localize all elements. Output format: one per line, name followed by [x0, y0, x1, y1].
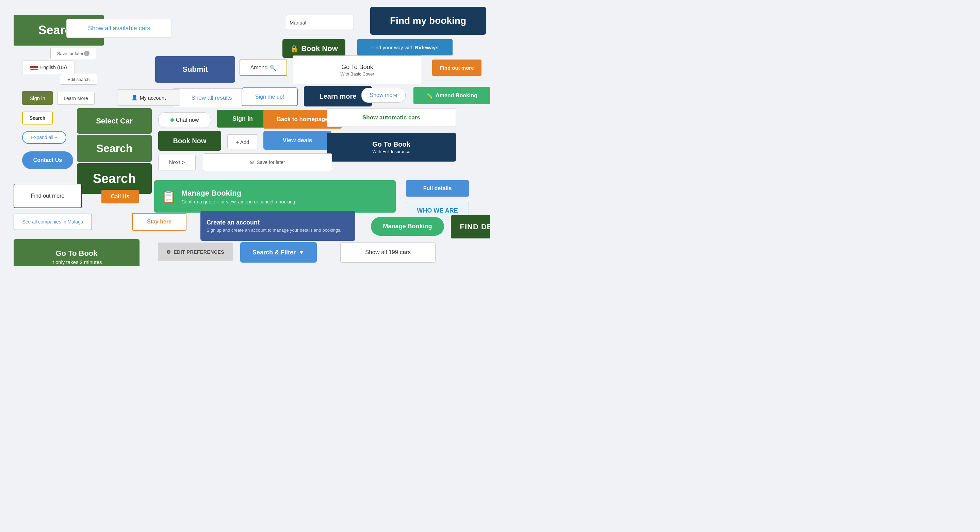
amend-button[interactable]: Amend 🔍 [240, 60, 287, 76]
full-details-button[interactable]: Full details [406, 180, 469, 197]
search-yellow-button[interactable]: Search [22, 111, 53, 124]
rideways-button[interactable]: Find your way with Rideways [357, 39, 453, 56]
user-icon: 👤 [131, 95, 138, 101]
flag-icon [30, 65, 38, 70]
go-to-book-minutes-button[interactable]: Go To Book It only takes 2 minutes [14, 239, 140, 266]
show-all-results-button[interactable]: Show all results [172, 89, 251, 107]
show-more-button[interactable]: Show more [361, 88, 406, 103]
chat-now-button[interactable]: Chat now [158, 112, 211, 128]
book-now-green-button[interactable]: 🔒 Book Now [282, 39, 345, 58]
find-deals-button[interactable]: FIND DEALS [451, 215, 490, 238]
call-us-button[interactable]: Call Us [102, 190, 139, 203]
find-out-more-orange-button[interactable]: Find out more [432, 60, 482, 76]
english-us-button[interactable]: English (US) [22, 60, 75, 74]
my-account-button[interactable]: 👤 My account [117, 89, 180, 106]
email-icon: ✉ [250, 160, 254, 165]
sign-in-olive-button[interactable]: Sign in [22, 91, 53, 105]
find-out-more-outline-button[interactable]: Find out more [14, 184, 82, 208]
amend-booking-button[interactable]: ✏️ Amend Booking [414, 87, 490, 104]
book-now-dark-button[interactable]: Book Now [158, 131, 221, 151]
pencil-square-icon: 📋 [161, 189, 176, 204]
find-my-booking-button[interactable]: Find my booking [370, 7, 486, 35]
info-icon: i [84, 51, 89, 56]
lock-icon: 🔒 [290, 44, 298, 53]
create-account-button[interactable]: Create an account Sign up and create an … [200, 211, 355, 241]
show-all-cars-button[interactable]: Show all available cars [66, 19, 172, 38]
learn-more-outline-button[interactable]: Learn More [57, 92, 95, 105]
manage-booking-banner-button[interactable]: 📋 Manage Booking Confirm a quote – or vi… [154, 180, 396, 213]
stay-here-button[interactable]: Stay here [132, 213, 186, 230]
chat-dot-icon [170, 118, 174, 122]
manual-input[interactable] [286, 15, 354, 30]
select-car-button[interactable]: Select Car [77, 108, 152, 134]
expand-all-button[interactable]: Expand all + [22, 131, 66, 144]
preferences-icon: ⚙ [166, 249, 171, 255]
save-for-later-email-button[interactable]: ✉ Save for later [203, 153, 332, 171]
show-automatic-cars-button[interactable]: Show automatic cars [327, 108, 456, 127]
add-button[interactable]: + Add [227, 134, 258, 149]
filter-icon: ▼ [298, 249, 305, 256]
pencil-icon: ✏️ [426, 92, 433, 99]
sign-me-up-button[interactable]: Sign me up! [242, 87, 298, 106]
manage-booking-pill-button[interactable]: Manage Booking [371, 217, 444, 236]
view-deals-button[interactable]: View deals [263, 131, 331, 150]
submit-button[interactable]: Submit [155, 56, 235, 83]
go-to-book-basic-button[interactable]: Go To Book With Basic Cover [293, 56, 422, 84]
see-all-companies-button[interactable]: See all companies in Malaga [14, 214, 92, 230]
contact-us-button[interactable]: Contact Us [22, 151, 73, 169]
go-to-book-full-button[interactable]: Go To Book With Full Insurance [327, 133, 456, 162]
search-filter-button[interactable]: Search & Filter ▼ [240, 242, 317, 263]
show-all-199-button[interactable]: Show all 199 cars [340, 242, 436, 263]
edit-search-button[interactable]: Edit search [60, 74, 97, 85]
search-dark-button[interactable]: Search [77, 135, 152, 162]
search-icon: 🔍 [269, 65, 276, 71]
edit-preferences-button[interactable]: ⚙ EDIT PREFERENCES [158, 243, 233, 261]
save-for-later-button[interactable]: Save for later i [50, 48, 96, 59]
search-largest-button[interactable]: Search [77, 163, 152, 194]
sign-in-green-button[interactable]: Sign in [217, 110, 268, 127]
next-button[interactable]: Next > [158, 155, 196, 170]
